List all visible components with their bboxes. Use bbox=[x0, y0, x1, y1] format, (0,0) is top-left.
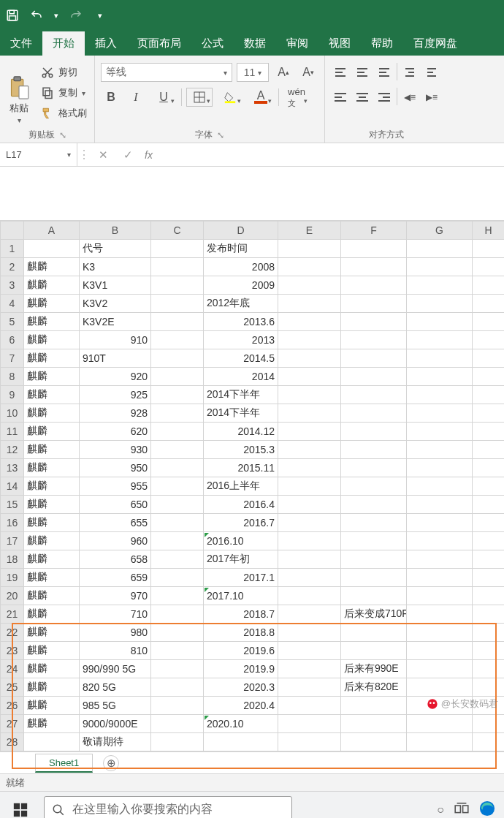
align-bottom-button[interactable] bbox=[375, 63, 394, 82]
cell[interactable] bbox=[407, 368, 473, 386]
cell[interactable]: 620 bbox=[80, 423, 151, 441]
save-icon[interactable] bbox=[6, 9, 19, 22]
cell[interactable] bbox=[473, 276, 505, 295]
align-left-button[interactable] bbox=[331, 88, 350, 107]
cell[interactable]: 麒麟 bbox=[24, 368, 80, 386]
cell[interactable]: 2019.6 bbox=[204, 642, 278, 660]
cell[interactable] bbox=[473, 569, 505, 587]
cell[interactable] bbox=[341, 624, 407, 642]
cell[interactable] bbox=[278, 313, 341, 331]
row-header[interactable]: 18 bbox=[1, 550, 24, 569]
cell[interactable] bbox=[341, 368, 407, 386]
clipboard-launcher-icon[interactable]: ⤡ bbox=[59, 130, 66, 140]
row-header[interactable]: 25 bbox=[1, 678, 24, 697]
row-header[interactable]: 6 bbox=[1, 331, 24, 349]
cell[interactable] bbox=[407, 441, 473, 459]
cell[interactable] bbox=[151, 514, 204, 532]
column-header[interactable]: G bbox=[407, 221, 473, 240]
row-header[interactable]: 19 bbox=[1, 569, 24, 587]
cell[interactable] bbox=[151, 605, 204, 624]
cell[interactable]: 敬请期待 bbox=[80, 733, 151, 751]
row-header[interactable]: 22 bbox=[1, 624, 24, 642]
cell[interactable] bbox=[473, 550, 505, 569]
cell[interactable]: 2016.4 bbox=[204, 496, 278, 514]
cell[interactable] bbox=[473, 532, 505, 550]
cell[interactable] bbox=[278, 715, 341, 733]
cell[interactable]: 麒麟 bbox=[24, 331, 80, 349]
cell[interactable] bbox=[151, 697, 204, 715]
cell[interactable] bbox=[473, 331, 505, 349]
cell[interactable]: 2013.6 bbox=[204, 313, 278, 331]
start-button[interactable] bbox=[3, 792, 38, 818]
cell[interactable] bbox=[341, 514, 407, 532]
cell[interactable]: 925 bbox=[80, 386, 151, 404]
cell[interactable] bbox=[151, 368, 204, 386]
cell[interactable] bbox=[151, 550, 204, 569]
cell[interactable] bbox=[341, 532, 407, 550]
row-header[interactable]: 7 bbox=[1, 349, 24, 368]
align-top-button[interactable] bbox=[331, 63, 350, 82]
cell[interactable]: 710 bbox=[80, 605, 151, 624]
name-box[interactable]: L17▾ bbox=[0, 143, 77, 166]
undo-dropdown-icon[interactable]: ▾ bbox=[54, 11, 58, 20]
cell[interactable] bbox=[278, 386, 341, 404]
cell[interactable]: 920 bbox=[80, 368, 151, 386]
cell[interactable] bbox=[407, 605, 473, 624]
font-size-select[interactable]: 11▾ bbox=[237, 63, 269, 82]
cell[interactable]: 985 5G bbox=[80, 697, 151, 715]
cell[interactable] bbox=[278, 404, 341, 423]
cell[interactable]: 发布时间 bbox=[204, 240, 278, 258]
cell[interactable] bbox=[278, 514, 341, 532]
cell[interactable] bbox=[407, 423, 473, 441]
cell[interactable] bbox=[151, 642, 204, 660]
cell[interactable] bbox=[341, 697, 407, 715]
cell[interactable]: 2013 bbox=[204, 331, 278, 349]
grow-font-button[interactable]: A▴ bbox=[273, 63, 294, 82]
cell[interactable] bbox=[341, 587, 407, 605]
cell[interactable]: 659 bbox=[80, 569, 151, 587]
cell[interactable]: 麒麟 bbox=[24, 678, 80, 697]
cell[interactable]: 810 bbox=[80, 642, 151, 660]
row-header[interactable]: 3 bbox=[1, 276, 24, 295]
cell[interactable] bbox=[278, 477, 341, 496]
cell[interactable] bbox=[407, 569, 473, 587]
cell[interactable] bbox=[278, 459, 341, 477]
cell[interactable] bbox=[473, 514, 505, 532]
cell[interactable] bbox=[278, 660, 341, 678]
cell[interactable]: K3V2E bbox=[80, 313, 151, 331]
cell[interactable] bbox=[341, 715, 407, 733]
cell[interactable]: 2014下半年 bbox=[204, 386, 278, 404]
cut-button[interactable]: 剪切 bbox=[38, 64, 90, 80]
cell[interactable] bbox=[473, 368, 505, 386]
cell[interactable] bbox=[278, 240, 341, 258]
cell[interactable] bbox=[341, 642, 407, 660]
enter-formula-button[interactable]: ✓ bbox=[115, 148, 140, 162]
cell[interactable]: 2018.8 bbox=[204, 624, 278, 642]
cell[interactable]: 2020.10 bbox=[204, 715, 278, 733]
cell[interactable] bbox=[341, 313, 407, 331]
indent-right-button[interactable]: ▶≡ bbox=[422, 88, 441, 107]
cell[interactable]: 650 bbox=[80, 496, 151, 514]
align-center-button[interactable] bbox=[353, 88, 372, 107]
row-header[interactable]: 27 bbox=[1, 715, 24, 733]
row-header[interactable]: 2 bbox=[1, 258, 24, 276]
tab-data[interactable]: 数据 bbox=[234, 31, 276, 56]
row-header[interactable]: 23 bbox=[1, 642, 24, 660]
cell[interactable] bbox=[278, 349, 341, 368]
cell[interactable]: 2008 bbox=[204, 258, 278, 276]
row-header[interactable]: 8 bbox=[1, 368, 24, 386]
cell[interactable]: 2017年初 bbox=[204, 550, 278, 569]
fx-label[interactable]: fx bbox=[140, 149, 157, 161]
cell[interactable] bbox=[473, 441, 505, 459]
row-header[interactable]: 15 bbox=[1, 496, 24, 514]
cell[interactable] bbox=[278, 550, 341, 569]
cell[interactable] bbox=[473, 295, 505, 313]
cell[interactable] bbox=[278, 441, 341, 459]
underline-button[interactable]: U bbox=[150, 88, 177, 107]
shrink-font-button[interactable]: A▾ bbox=[298, 63, 318, 82]
tab-formula[interactable]: 公式 bbox=[191, 31, 234, 56]
cell[interactable] bbox=[151, 660, 204, 678]
cell[interactable] bbox=[151, 477, 204, 496]
cell[interactable] bbox=[407, 459, 473, 477]
cell[interactable]: 2017.10 bbox=[204, 587, 278, 605]
